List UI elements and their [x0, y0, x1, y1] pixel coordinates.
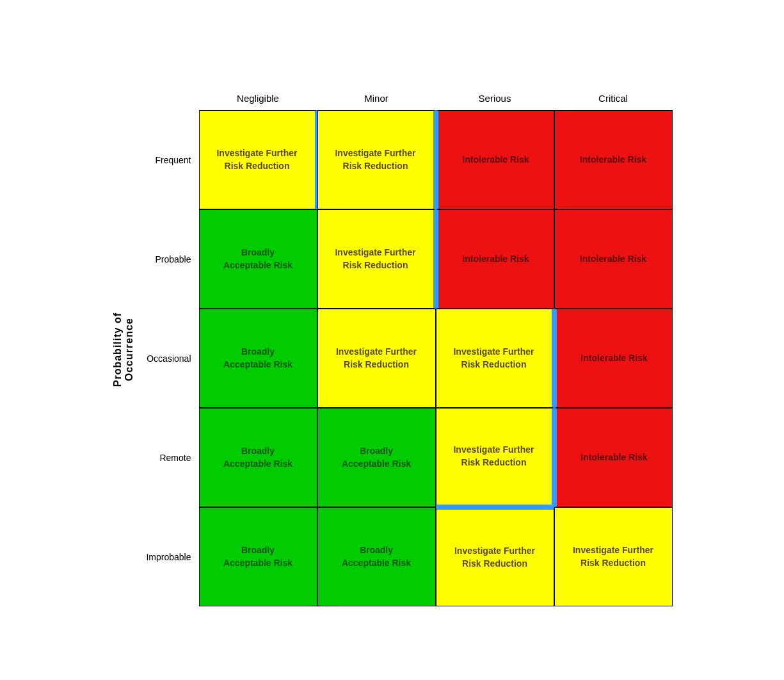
row-label-2: Occasional [141, 309, 199, 408]
col-headers: NegligibleMinorSeriousCritical [199, 93, 673, 110]
cell-3-3: Intolerable Risk [554, 408, 673, 507]
cell-0-2: Intolerable Risk [436, 110, 554, 209]
cell-1-1: Investigate FurtherRisk Reduction [317, 209, 436, 309]
grid-rows: FrequentInvestigate FurtherRisk Reductio… [141, 110, 673, 606]
grid-section: NegligibleMinorSeriousCritical FrequentI… [141, 93, 673, 606]
row-label-1: Probable [141, 209, 199, 309]
cell-4-0: BroadlyAcceptable Risk [199, 507, 317, 606]
row-label-3: Remote [141, 408, 199, 507]
cell-4-3: Investigate FurtherRisk Reduction [554, 507, 673, 606]
cell-4-1: BroadlyAcceptable Risk [317, 507, 436, 606]
cell-2-3: Intolerable Risk [554, 309, 673, 408]
grid-row-0: FrequentInvestigate FurtherRisk Reductio… [141, 110, 673, 209]
cell-0-0: Investigate FurtherRisk Reduction [199, 110, 317, 209]
cell-0-3: Intolerable Risk [554, 110, 673, 209]
y-axis-label: Probability ofOccurrence [112, 312, 135, 387]
cell-4-2: Investigate FurtherRisk Reduction [436, 507, 554, 606]
cell-3-1: BroadlyAcceptable Risk [317, 408, 436, 507]
cell-2-1: Investigate FurtherRisk Reduction [317, 309, 436, 408]
cell-1-2: Intolerable Risk [436, 209, 554, 309]
cell-1-0: BroadlyAcceptable Risk [199, 209, 317, 309]
grid-row-1: ProbableBroadlyAcceptable RiskInvestigat… [141, 209, 673, 309]
cell-2-2: Investigate FurtherRisk Reduction [436, 309, 554, 408]
cell-0-1: Investigate FurtherRisk Reduction [317, 110, 436, 209]
grid-row-4: ImprobableBroadlyAcceptable RiskBroadlyA… [141, 507, 673, 606]
chart-wrapper: Probability ofOccurrence NegligibleMinor… [13, 74, 771, 606]
grid-row-2: OccasionalBroadlyAcceptable RiskInvestig… [141, 309, 673, 408]
chart-body: Probability ofOccurrence NegligibleMinor… [112, 93, 673, 606]
col-header-3: Critical [554, 93, 673, 110]
col-header-2: Serious [436, 93, 554, 110]
col-header-1: Minor [317, 93, 436, 110]
row-label-0: Frequent [141, 110, 199, 209]
row-label-4: Improbable [141, 507, 199, 606]
cell-3-2: Investigate FurtherRisk Reduction [436, 408, 554, 507]
cell-3-0: BroadlyAcceptable Risk [199, 408, 317, 507]
grid-row-3: RemoteBroadlyAcceptable RiskBroadlyAccep… [141, 408, 673, 507]
cell-2-0: BroadlyAcceptable Risk [199, 309, 317, 408]
cell-1-3: Intolerable Risk [554, 209, 673, 309]
col-header-0: Negligible [199, 93, 317, 110]
